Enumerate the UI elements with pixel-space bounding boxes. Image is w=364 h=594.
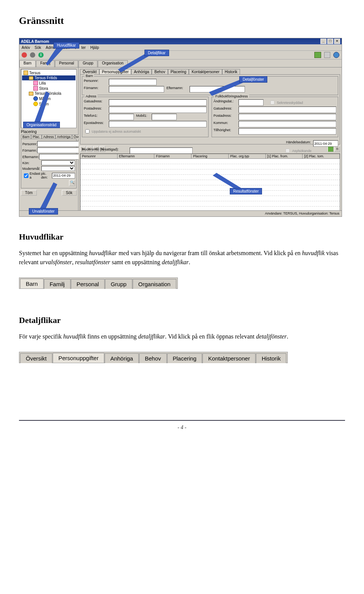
callout-arrow [35, 91, 57, 124]
tree-item[interactable]: Tersus Fritids [22, 75, 75, 80]
ex-dtab-anhoriga[interactable]: Anhöriga [105, 353, 139, 363]
input-personnr[interactable] [37, 141, 82, 147]
toolbar-icon-gray[interactable] [30, 52, 35, 58]
menu-sok[interactable]: Sök [35, 45, 41, 50]
ex-dtab-kontaktpersoner[interactable]: Kontaktpersoner [202, 353, 256, 363]
toolbar-right-icon-2[interactable] [324, 52, 330, 58]
tree-root[interactable]: Tersus [22, 70, 75, 75]
maximize-button[interactable]: □ [327, 39, 333, 44]
dtab-placering[interactable]: Placering [168, 69, 189, 74]
label-telefon1: Telefon1: [84, 114, 107, 120]
group-icon [33, 81, 38, 85]
label-handelsedatum: Händelsedatum: [286, 140, 311, 147]
col-personnr[interactable]: Personnr [80, 154, 118, 158]
grid-row[interactable] [80, 159, 340, 164]
label-endast: Endast a [30, 172, 41, 179]
select-kon[interactable] [41, 160, 75, 165]
main-tabs-example: Barn Familj Personal Grupp Organisation [19, 277, 178, 289]
col-orgtyp[interactable]: Plac. org.typ [229, 154, 266, 158]
text: . [189, 259, 190, 265]
ex-dtab-behov[interactable]: Behov [139, 353, 167, 363]
minimize-button[interactable]: _ [320, 39, 326, 44]
ex-tab-personal[interactable]: Personal [71, 279, 105, 289]
sok-button[interactable]: Sök [62, 190, 77, 196]
grid-row[interactable] [80, 201, 340, 207]
ex-tab-barn[interactable]: Barn [20, 279, 44, 288]
ex-dtab-oversikt[interactable]: Översikt [20, 353, 52, 363]
menu-ter[interactable]: ter [82, 45, 86, 50]
toolbar-icon-red[interactable] [22, 52, 27, 58]
col-plac-tom[interactable]: [2] Plac. tom. [303, 154, 340, 158]
dtab-historik[interactable]: Historik [222, 69, 240, 74]
label-personnr: Personnr: [22, 142, 37, 146]
col-efternamn[interactable]: Efternamn [118, 154, 155, 158]
input-gatuadress[interactable] [109, 99, 207, 106]
ex-tab-familj[interactable]: Familj [44, 279, 71, 289]
search-icon[interactable]: 🔍 [69, 180, 75, 186]
col-plac-from[interactable]: [1] Plac. from. [266, 154, 303, 158]
checkbox-uppdatera[interactable] [85, 129, 89, 133]
input-fornamn[interactable] [37, 147, 82, 153]
input-andringsdat[interactable] [238, 99, 264, 106]
toolbar-right-icon-3[interactable] [333, 52, 339, 58]
tree-item[interactable]: Lilla [22, 80, 75, 86]
input-d-fornamn[interactable] [109, 86, 164, 92]
urval-tab-adress[interactable]: Adress [42, 135, 55, 139]
tab-barn[interactable]: Barn [19, 60, 36, 67]
input-d-personnr[interactable] [109, 79, 157, 85]
statusbar: Användare: TERSUS, Huvudorganisation: Te… [19, 210, 342, 216]
ex-dtab-personuppgifter[interactable]: Personuppgifter [53, 353, 104, 363]
label-efternamn: Efternamn: [22, 155, 39, 159]
urval-tab-plac[interactable]: Plac. [31, 135, 42, 139]
folder-icon [29, 76, 33, 80]
tom-button[interactable]: Töm [21, 190, 37, 196]
menu-arkiv[interactable]: Arkiv [22, 45, 30, 50]
em-detaljflikar: detaljflikar [138, 333, 165, 340]
grid-row[interactable] [80, 191, 340, 196]
urval-tab-barn[interactable]: Barn [21, 135, 31, 139]
ex-dtab-placering[interactable]: Placering [167, 353, 202, 363]
folder-icon [29, 92, 33, 96]
dtab-kontaktpersoner[interactable]: Kontaktpersoner [189, 69, 222, 74]
toolbar-icon-info[interactable]: i [38, 52, 44, 58]
input-handelsedatum[interactable] [313, 140, 338, 147]
menu-hjalp[interactable]: Hjälp [90, 45, 99, 50]
input-tillhorighet[interactable] [238, 128, 336, 135]
input-mobil1[interactable] [152, 114, 177, 120]
checkbox-endast[interactable] [24, 173, 28, 178]
tree-item[interactable]: Stora [22, 86, 75, 91]
col-placering[interactable]: Placering [191, 154, 229, 158]
grid-row[interactable] [80, 164, 340, 169]
input-postadress2[interactable] [238, 114, 336, 120]
paragraph-detaljflikar: För varje specifik huvudflik finns en up… [19, 332, 345, 341]
urval-tab-anhoriga[interactable]: Anhöriga [55, 135, 72, 139]
close-button[interactable]: × [334, 39, 340, 44]
grid-row[interactable] [80, 196, 340, 201]
input-gatuadress2[interactable] [238, 107, 336, 113]
grid-header: Personnr Efternamn Förnamn Placering Pla… [80, 154, 340, 159]
ex-dtab-historik[interactable]: Historik [256, 353, 286, 363]
text: . [287, 333, 288, 340]
checkbox-sekretess[interactable] [270, 100, 275, 105]
input-efternamn[interactable] [39, 154, 84, 160]
input-epost[interactable] [109, 121, 207, 127]
result-grid[interactable]: Personnr Efternamn Förnamn Placering Pla… [80, 154, 340, 211]
input-kommun[interactable] [238, 121, 336, 127]
toolbar-right-icon-1[interactable] [314, 52, 321, 58]
ex-tab-organisation[interactable]: Organisation [133, 279, 176, 289]
input-d-modersmal[interactable] [130, 147, 193, 154]
tab-grupp[interactable]: Grupp [78, 60, 97, 67]
input-telefon1[interactable] [109, 114, 134, 120]
col-fornamn[interactable]: Förnamn [154, 154, 191, 158]
grid-row[interactable] [80, 180, 340, 185]
grid-row[interactable] [80, 169, 340, 175]
input-date[interactable] [52, 173, 75, 179]
checkbox-asyl[interactable] [286, 149, 290, 153]
dtab-oversikt[interactable]: Översikt [80, 69, 99, 74]
ex-tab-grupp[interactable]: Grupp [105, 279, 132, 289]
grid-row[interactable] [80, 175, 340, 180]
em-huvudflik: huvudflik [63, 333, 86, 340]
input-postadress[interactable] [109, 107, 207, 113]
grid-row[interactable] [80, 185, 340, 191]
select-modersmal[interactable] [41, 166, 75, 171]
